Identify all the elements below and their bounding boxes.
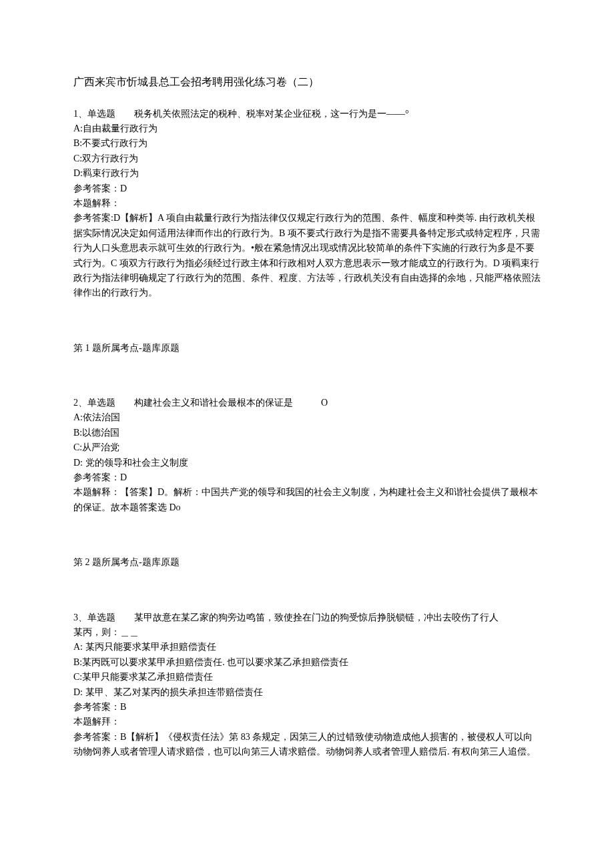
q1-option-d: D:羁束行政行为 xyxy=(73,166,541,181)
q1-option-a: A:自由裁量行政行为 xyxy=(73,121,541,136)
q2-option-a: A:依法治国 xyxy=(73,410,541,425)
q3-stem-line1: 3、单选题 某甲故意在某乙家的狗旁边鸣笛，致使拴在门边的狗受惊后挣脱锁链，冲出去… xyxy=(73,610,541,625)
q2-stem: 2、单选题 构建社会主义和谐社会最根本的保证是 O xyxy=(73,396,541,410)
q3-option-d: D: 某甲、某乙对某丙的损失承担连带赔偿责任 xyxy=(73,685,541,700)
q2-option-c: C:从严治党 xyxy=(73,440,541,455)
q1-stem: 1、单选题 税务机关依照法定的税种、税率对某企业征税，这一行为是一——° xyxy=(73,107,541,121)
q1-option-c: C:双方行政行为 xyxy=(73,151,541,166)
q1-explanation: 参考答案:D【解析】A 项自由裁量行政行为指法律仅仅规定行政行为的范围、条件、幅… xyxy=(73,211,541,300)
q3-option-a: A: 某丙只能要求某甲承担赔偿责任 xyxy=(73,640,541,655)
q1-explanation-label: 本题解释： xyxy=(73,196,541,211)
q1-option-b: B:不要式行政行为 xyxy=(73,136,541,151)
q3-answer: 参考答案：B xyxy=(73,700,541,715)
q3-explanation: 参考答案：B【解析】《侵权责任法》第 83 条规定，因第三人的过错致使动物造成他… xyxy=(73,730,541,760)
question-2: 2、单选题 构建社会主义和谐社会最根本的保证是 O A:依法治国 B:以德治国 … xyxy=(73,396,541,515)
document-title: 广西来宾市忻城县总工会招考聘用强化练习卷（二） xyxy=(73,73,541,91)
q3-option-b: B:某丙既可以要求某甲承担赔偿责任. 也可以要求某乙承担赔偿责任 xyxy=(73,655,541,670)
q3-explanation-label: 本题解拜： xyxy=(73,715,541,729)
question-3: 3、单选题 某甲故意在某乙家的狗旁边鸣笛，致使拴在门边的狗受惊后挣脱锁链，冲出去… xyxy=(73,610,541,760)
q2-origin: 第 2 题所属考点-题库原题 xyxy=(73,555,541,570)
q1-origin: 第 1 题所属考点-题库原题 xyxy=(73,341,541,356)
q3-stem-line2: 某丙，则：＿＿ xyxy=(73,625,541,640)
question-1: 1、单选题 税务机关依照法定的税种、税率对某企业征税，这一行为是一——° A:自… xyxy=(73,107,541,301)
q2-option-d: D: 党的领导和社会主义制度 xyxy=(73,456,541,470)
q3-option-c: C:某甲只能要求某乙承担赔偿责任 xyxy=(73,670,541,685)
q2-explanation: 本题解释：【答案】D。解析：中国共产党的领导和我国的社会主义制度，为构建社会主义… xyxy=(73,485,541,515)
q1-answer: 参考答案：D xyxy=(73,181,541,196)
q2-option-b: B:以德治国 xyxy=(73,426,541,440)
q2-answer: 参考答案：D xyxy=(73,470,541,485)
